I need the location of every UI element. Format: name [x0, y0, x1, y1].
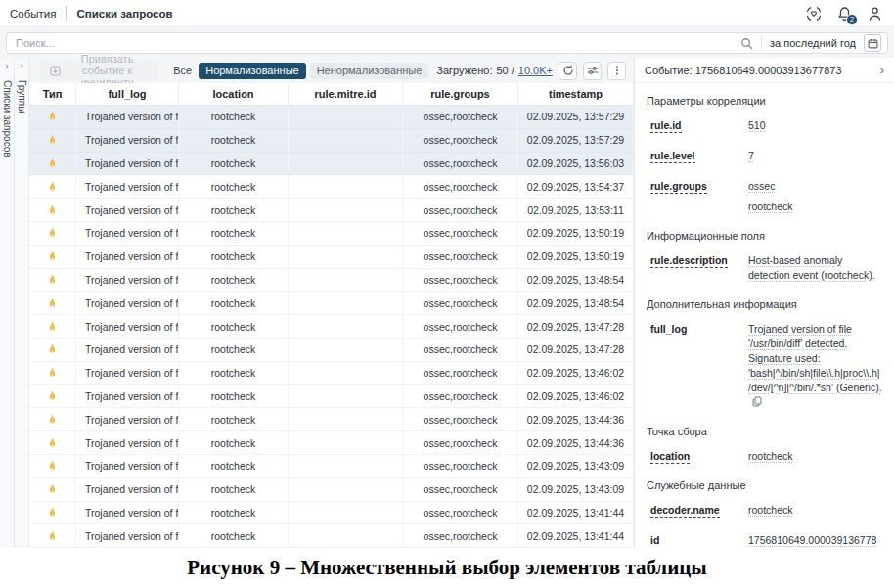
field-key[interactable]: id [650, 533, 748, 548]
bind-to-incident-button[interactable]: Привязать событие к инциденту [40, 61, 158, 80]
flame-icon [48, 390, 57, 402]
filter-pill[interactable]: Все [170, 63, 195, 79]
top-nav-bar: СобытияСписки запросов 2 [0, 0, 894, 27]
sidebar-strip-groups: ›Группы [15, 58, 29, 548]
timestamp-cell: 02.09.2025, 13:50:19 [518, 246, 634, 268]
table-row[interactable]: Trojaned version of file '/bi...rootchec… [29, 524, 634, 548]
type-cell [29, 315, 76, 338]
detail-field: rule.id510 [650, 118, 882, 133]
location-cell: rootcheck [179, 362, 289, 384]
groups-cell: ossec,rootcheck [403, 339, 518, 361]
mitre-cell [289, 199, 403, 221]
field-value[interactable]: Trojaned version of file '/usr/bin/diff'… [748, 322, 882, 410]
tab-events[interactable]: События [10, 8, 56, 20]
notifications-bell-icon[interactable]: 2 [837, 6, 852, 22]
field-value[interactable]: 510 [748, 118, 882, 133]
timestamp-cell: 02.09.2025, 13:47:28 [518, 339, 634, 361]
timestamp-cell: 02.09.2025, 13:41:44 [518, 502, 634, 524]
full-log-cell: Trojaned version of file '/u... [76, 455, 179, 477]
table-row[interactable]: Trojaned version of file '/bi...rootchec… [29, 175, 634, 199]
table-row[interactable]: Trojaned version of file '/u...rootcheck… [29, 315, 634, 339]
flame-icon [48, 343, 57, 355]
search-bar[interactable]: Поиск... за последний год [6, 32, 888, 54]
table-row[interactable]: Trojaned version of file '/u...rootcheck… [29, 502, 634, 525]
filter-pill[interactable]: Ненормализованные [310, 63, 429, 79]
field-value[interactable]: rootcheck [748, 503, 882, 518]
table-row[interactable]: Trojaned version of file '/u...rootcheck… [29, 106, 634, 129]
field-values: 1756810649.00003913677873 [748, 533, 882, 548]
expand-chevron-icon[interactable]: › [20, 63, 22, 70]
timestamp-cell: 02.09.2025, 13:44:36 [518, 408, 634, 430]
section-title: Точка сбора [647, 426, 882, 437]
table-row[interactable]: Trojaned version of file '/bi...rootchec… [29, 478, 634, 502]
field-value[interactable]: rootcheck [748, 200, 882, 214]
timestamp-cell: 02.09.2025, 13:50:19 [518, 222, 634, 245]
field-value[interactable]: 1756810649.00003913677873 [748, 533, 882, 548]
time-range-label[interactable]: за последний год [770, 37, 856, 49]
table-row[interactable]: Trojaned version of file '/u...rootcheck… [29, 222, 634, 246]
table-body: Trojaned version of file '/u...rootcheck… [29, 106, 634, 548]
sidebar-strip-label[interactable]: Списки запросов [2, 80, 13, 158]
column-header[interactable]: Тип [29, 83, 76, 105]
table-row[interactable]: Trojaned version of file '/u...rootcheck… [29, 455, 634, 478]
type-cell [29, 106, 76, 128]
groups-cell: ossec,rootcheck [403, 502, 518, 524]
full-log-cell: Trojaned version of file '/u... [76, 315, 179, 338]
table-row[interactable]: Trojaned version of file '/u...rootcheck… [29, 199, 634, 222]
groups-cell: ossec,rootcheck [403, 408, 518, 430]
field-key[interactable]: rule.groups [650, 179, 748, 214]
field-value[interactable]: ossec [748, 179, 882, 194]
refresh-button[interactable] [559, 62, 577, 80]
groups-cell: ossec,rootcheck [403, 478, 518, 501]
field-values: 7 [748, 149, 882, 163]
search-input[interactable]: Поиск... [16, 37, 740, 49]
column-settings-icon[interactable] [583, 62, 602, 80]
loaded-total-link[interactable]: 10.0K+ [518, 65, 553, 76]
field-key[interactable]: decoder.name [650, 503, 748, 518]
column-header[interactable]: full_log [76, 83, 179, 105]
column-header[interactable]: rule.mitre.id [289, 83, 403, 105]
field-values: rootcheck [748, 503, 882, 518]
table-row[interactable]: Trojaned version of file '/bi...rootchec… [29, 292, 634, 315]
field-key[interactable]: rule.description [650, 253, 748, 283]
field-key-label: full_log [650, 323, 687, 335]
table-row[interactable]: Trojaned version of file '/u...rootcheck… [29, 362, 634, 385]
table-row[interactable]: Trojaned version of file '/u...rootcheck… [29, 269, 634, 293]
search-icon[interactable] [740, 37, 753, 50]
table-row[interactable]: Trojaned version of file '/bi...rootchec… [29, 339, 634, 362]
timestamp-cell: 02.09.2025, 13:48:54 [518, 292, 634, 314]
field-value[interactable]: Host-based anomaly detection event (root… [748, 253, 882, 283]
chevron-right-icon[interactable]: › [880, 66, 884, 75]
timestamp-cell: 02.09.2025, 13:43:09 [518, 478, 634, 501]
full-log-cell: Trojaned version of file '/u... [76, 106, 179, 128]
mitre-cell [289, 408, 403, 430]
detail-field: rule.descriptionHost-based anomaly detec… [650, 253, 882, 283]
table-row[interactable]: Trojaned version of file '/bi...rootchec… [29, 153, 634, 176]
field-key[interactable]: location [650, 449, 748, 464]
field-value[interactable]: rootcheck [748, 449, 882, 464]
tab-query-lists[interactable]: Списки запросов [76, 8, 172, 20]
table-row[interactable]: Trojaned version of file '/bi...rootchec… [29, 385, 634, 409]
table-row[interactable]: Trojaned version of file '/bi...rootchec… [29, 246, 634, 269]
sidebar-strip-label[interactable]: Группы [17, 80, 27, 113]
table-row[interactable]: Trojaned version of file '/bi...rootchec… [29, 129, 634, 153]
scan-icon[interactable] [806, 6, 822, 22]
location-cell: rootcheck [179, 106, 289, 128]
field-value[interactable]: 7 [748, 149, 882, 163]
field-key[interactable]: rule.level [650, 149, 748, 163]
expand-chevron-icon[interactable]: › [5, 63, 8, 70]
type-cell [29, 478, 76, 501]
field-key[interactable]: rule.id [650, 118, 748, 133]
column-header[interactable]: rule.groups [403, 83, 518, 105]
column-header[interactable]: location [179, 83, 289, 105]
copy-icon[interactable] [752, 396, 762, 407]
filter-pill[interactable]: Нормализованные [199, 63, 305, 79]
field-key[interactable]: full_log [650, 322, 748, 410]
kebab-menu-icon[interactable] [607, 62, 626, 80]
user-profile-icon[interactable] [868, 6, 882, 22]
timestamp-cell: 02.09.2025, 13:46:02 [518, 385, 634, 408]
column-header[interactable]: timestamp [518, 83, 634, 105]
calendar-icon[interactable] [864, 34, 881, 52]
table-row[interactable]: Trojaned version of file '/bi...rootchec… [29, 431, 634, 455]
table-row[interactable]: Trojaned version of file '/u...rootcheck… [29, 408, 634, 431]
